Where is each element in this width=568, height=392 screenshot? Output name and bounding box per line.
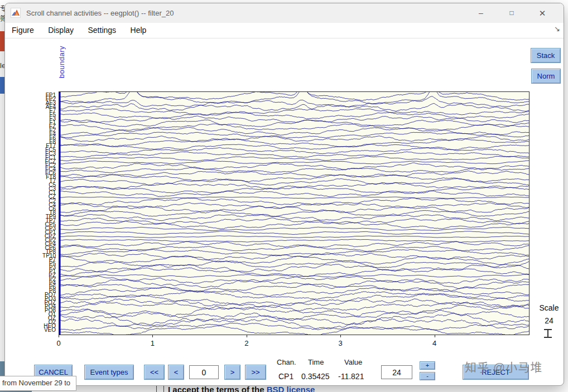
menu-figure[interactable]: Figure bbox=[7, 23, 39, 37]
channel-label: VEO bbox=[44, 327, 56, 333]
license-checkbox[interactable] bbox=[156, 385, 164, 392]
step-back-button[interactable]: < bbox=[168, 365, 184, 380]
menu-help[interactable]: Help bbox=[126, 23, 152, 37]
minimize-button[interactable]: – bbox=[466, 3, 495, 23]
x-tick-label: 4 bbox=[429, 339, 440, 347]
chan-value: CP1 bbox=[278, 372, 293, 381]
step-forward-button[interactable]: > bbox=[224, 365, 240, 380]
time-value: 0.35425 bbox=[301, 372, 330, 381]
norm-button[interactable]: Norm bbox=[531, 69, 561, 84]
eeg-plot-area bbox=[59, 91, 530, 335]
maximize-button[interactable]: □ bbox=[497, 3, 526, 23]
page-back-button[interactable]: << bbox=[144, 365, 165, 380]
menubar: Figure Display Settings Help ↘ bbox=[5, 23, 564, 38]
close-button[interactable]: ✕ bbox=[528, 3, 557, 23]
page: 专 筛 le I accept the terms of the BSD lic… bbox=[0, 0, 568, 392]
stack-button[interactable]: Stack bbox=[531, 48, 561, 63]
date-range-fragment: from November 29 to bbox=[0, 376, 76, 391]
x-tick-mark bbox=[59, 335, 59, 337]
eegplot-window: Scroll channel activities -- eegplot() -… bbox=[4, 3, 564, 386]
titlebar[interactable]: Scroll channel activities -- eegplot() -… bbox=[5, 3, 564, 23]
x-tick-label: 1 bbox=[147, 339, 158, 347]
x-tick-label: 3 bbox=[335, 339, 346, 347]
time-label: Time bbox=[308, 358, 324, 366]
page-forward-button[interactable]: >> bbox=[245, 365, 266, 380]
x-tick-label: 2 bbox=[241, 339, 252, 347]
underlying-char-1: 专 bbox=[0, 3, 4, 12]
underlying-fragment-blue bbox=[0, 77, 4, 94]
time-axis: 01234 bbox=[59, 335, 530, 351]
eeg-traces-canvas[interactable] bbox=[59, 92, 529, 335]
scale-increase-button[interactable]: + bbox=[420, 361, 435, 370]
menu-display[interactable]: Display bbox=[43, 23, 79, 37]
window-title: Scroll channel activities -- eegplot() -… bbox=[26, 3, 174, 23]
dock-arrow-icon[interactable]: ↘ bbox=[554, 25, 560, 33]
underlying-char-2: 筛 bbox=[0, 13, 4, 22]
x-tick-mark bbox=[340, 335, 341, 337]
menu-settings[interactable]: Settings bbox=[83, 23, 122, 37]
scale-ibeam-icon bbox=[544, 329, 552, 338]
boundary-event-label: boundary bbox=[57, 46, 68, 93]
channel-label-axis: FP1FP2AF3AF4F7F5F3F1FZF2F4F6F8FT7FC5FC3F… bbox=[25, 91, 57, 335]
matlab-icon bbox=[11, 8, 21, 18]
position-input[interactable] bbox=[189, 365, 219, 379]
scale-label: Scale bbox=[533, 303, 564, 312]
underlying-fragment-orange bbox=[0, 31, 4, 51]
value-value: -11.821 bbox=[338, 372, 364, 381]
scale-decrease-button[interactable]: - bbox=[420, 372, 435, 380]
value-label: Value bbox=[344, 358, 362, 366]
x-tick-mark bbox=[152, 335, 153, 337]
scale-input[interactable] bbox=[381, 365, 412, 379]
event-types-button[interactable]: Event types bbox=[84, 365, 134, 380]
x-tick-mark bbox=[435, 335, 435, 337]
x-tick-mark bbox=[247, 335, 247, 337]
scale-value: 24 bbox=[533, 316, 564, 325]
watermark: 知乎 @小马堆 bbox=[465, 358, 542, 375]
x-tick-label: 0 bbox=[53, 339, 64, 347]
chan-label: Chan. bbox=[277, 358, 296, 366]
